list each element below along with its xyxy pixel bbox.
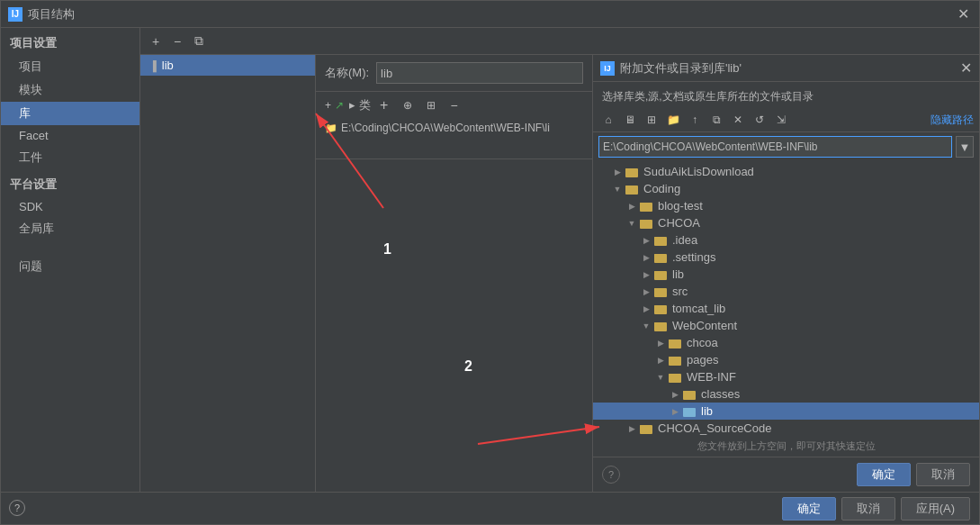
tree-item-web-inf[interactable]: ▼ WEB-INF xyxy=(593,368,979,385)
tree-item-coding[interactable]: ▼ Coding xyxy=(593,180,979,197)
tree-item-classes[interactable]: ▶ classes xyxy=(593,385,979,403)
classes-item: 📁 E:\Coding\CHCOA\WebContent\WEB-INF\li xyxy=(325,119,583,137)
add-class-button[interactable]: + xyxy=(374,95,394,115)
folder-icon-settings xyxy=(654,251,669,264)
project-section-title: 项目设置 xyxy=(1,28,139,55)
svg-rect-17 xyxy=(654,305,660,308)
tree-item-lib-selected[interactable]: ▶ lib xyxy=(593,403,979,420)
tree-label: src xyxy=(672,285,688,298)
title-bar: IJ 项目结构 ✕ xyxy=(1,1,979,28)
app-icon: IJ xyxy=(8,7,22,22)
svg-rect-15 xyxy=(654,288,660,291)
tree-label: CHCOA_SourceCode xyxy=(658,421,771,435)
tree-item-tomcat-lib[interactable]: ▶ tomcat_lib xyxy=(593,300,979,317)
desktop-icon-button[interactable]: 🖥 xyxy=(620,110,640,130)
tree-label: WEB-INF xyxy=(687,370,736,384)
parent-folder-icon-button[interactable]: ↑ xyxy=(685,110,705,130)
cancel-button[interactable]: 取消 xyxy=(841,497,895,520)
path-input[interactable] xyxy=(598,136,952,158)
lib-item-lib[interactable]: ▐ lib xyxy=(140,55,315,76)
name-input[interactable] xyxy=(376,62,583,84)
svg-rect-31 xyxy=(640,425,645,428)
sidebar-item-problem[interactable]: 问题 xyxy=(10,255,139,278)
new-folder-icon-button[interactable]: 📁 xyxy=(663,110,683,130)
folder-icon-lib xyxy=(654,268,669,281)
network-icon-button[interactable]: ⊞ xyxy=(642,110,661,130)
lib-item-label: lib xyxy=(162,59,174,72)
hide-path-link[interactable]: 隐藏路径 xyxy=(931,113,974,128)
ok-button[interactable]: 确定 xyxy=(782,497,836,520)
dialog-help-button[interactable]: ? xyxy=(602,466,620,484)
tree-item-chcoa[interactable]: ▼ CHCOA xyxy=(593,214,979,231)
tree-item-chcoa-sub[interactable]: ▶ chcoa xyxy=(593,334,979,351)
tree-item-pages[interactable]: ▶ pages xyxy=(593,351,979,368)
folder-icon-pages xyxy=(669,354,683,367)
file-tree: ▶ SuduAikLisDownload ▼ Coding xyxy=(593,161,979,436)
dialog-title: 附加文件或目录到库'lib' xyxy=(620,60,742,77)
add-class-special-button[interactable]: ⊞ xyxy=(421,95,441,115)
classes-label: ▸ 类 xyxy=(349,97,371,113)
dialog-cancel-button[interactable]: 取消 xyxy=(916,463,970,486)
tree-item-suduaiklis[interactable]: ▶ SuduAikLisDownload xyxy=(593,163,979,180)
sidebar-item-global-lib[interactable]: 全局库 xyxy=(1,217,139,240)
sidebar: 项目设置 项目 模块 库 Facet 工件 平台设置 SDK 全局库 问题 ? xyxy=(1,28,140,492)
tree-item-idea[interactable]: ▶ .idea xyxy=(593,231,979,249)
content-area: 项目设置 项目 模块 库 Facet 工件 平台设置 SDK 全局库 问题 ? … xyxy=(1,28,979,492)
svg-rect-23 xyxy=(669,357,674,359)
tree-label: tomcat_lib xyxy=(672,302,725,315)
tree-item-blog-test[interactable]: ▶ blog-test xyxy=(593,197,979,214)
tree-label: chcoa xyxy=(687,336,718,349)
folder-icon-coding xyxy=(625,183,640,195)
add-lib-button[interactable]: + xyxy=(146,32,166,51)
folder-icon-chcoa-sub xyxy=(669,337,683,349)
classes-icon: ↗ xyxy=(335,99,344,112)
tree-item-src[interactable]: ▶ src xyxy=(593,283,979,300)
sidebar-item-sdk[interactable]: SDK xyxy=(1,196,139,217)
dialog-close-button[interactable]: ✕ xyxy=(960,59,972,77)
refresh-icon-button[interactable]: ↺ xyxy=(750,110,769,130)
close-button[interactable]: ✕ xyxy=(954,5,972,23)
folder-icon-blog-test xyxy=(640,200,654,213)
sidebar-item-library[interactable]: 库 xyxy=(1,102,139,125)
expand-icon-button[interactable]: ⇲ xyxy=(771,110,791,130)
chevron-right-icon: ▶ xyxy=(640,234,652,247)
svg-rect-19 xyxy=(654,322,660,325)
attach-file-dialog: IJ 附加文件或目录到库'lib' ✕ 选择库类,源,文档或原生库所在的文件或目… xyxy=(592,55,979,492)
copy-lib-button[interactable]: ⧉ xyxy=(189,32,209,51)
platform-section-title: 平台设置 xyxy=(1,169,139,196)
dialog-confirm-button[interactable]: 确定 xyxy=(857,463,911,486)
remove-lib-button[interactable]: − xyxy=(167,32,187,51)
dialog-footer-buttons: 确定 取消 xyxy=(857,463,970,486)
folder-icon: 📁 xyxy=(325,122,337,134)
remove-class-button[interactable]: − xyxy=(445,95,464,115)
tree-item-settings[interactable]: ▶ .settings xyxy=(593,249,979,266)
main-window: IJ 项目结构 ✕ 项目设置 项目 模块 库 Facet 工件 平台设置 SDK… xyxy=(0,0,980,525)
home-icon-button[interactable]: ⌂ xyxy=(598,110,618,130)
add-class-alt-button[interactable]: ⊕ xyxy=(398,95,418,115)
tree-label: lib xyxy=(672,267,684,281)
sidebar-item-project[interactable]: 项目 xyxy=(1,55,139,78)
sidebar-item-facet[interactable]: Facet xyxy=(1,125,139,146)
path-row: ▼ xyxy=(593,132,979,161)
copy-path-icon-button[interactable]: ⧉ xyxy=(706,110,726,130)
tree-label: blog-test xyxy=(658,199,703,213)
tree-item-webcontent[interactable]: ▼ WebContent xyxy=(593,317,979,334)
classes-path: E:\Coding\CHCOA\WebContent\WEB-INF\li xyxy=(341,122,550,134)
chevron-right-icon: ▶ xyxy=(654,354,667,367)
apply-button[interactable]: 应用(A) xyxy=(901,497,970,520)
chevron-right-icon: ▶ xyxy=(640,251,652,264)
sidebar-item-module[interactable]: 模块 xyxy=(1,78,139,102)
svg-rect-11 xyxy=(654,254,660,257)
tree-item-lib[interactable]: ▶ lib xyxy=(593,266,979,283)
svg-rect-9 xyxy=(654,237,660,240)
path-dropdown-button[interactable]: ▼ xyxy=(956,136,974,158)
tree-item-chcoa-source[interactable]: ▶ CHCOA_SourceCode xyxy=(593,420,979,436)
sidebar-item-artifact[interactable]: 工件 xyxy=(1,146,139,169)
chevron-right-icon: ▶ xyxy=(654,337,667,349)
classes-expand-toggle[interactable]: + xyxy=(325,99,331,112)
chevron-right-icon: ▶ xyxy=(640,268,652,281)
chevron-right-icon: ▶ xyxy=(625,200,638,213)
delete-icon-button[interactable]: ✕ xyxy=(728,110,748,130)
folder-icon-src xyxy=(654,285,669,298)
chevron-right-icon: ▶ xyxy=(625,422,638,435)
